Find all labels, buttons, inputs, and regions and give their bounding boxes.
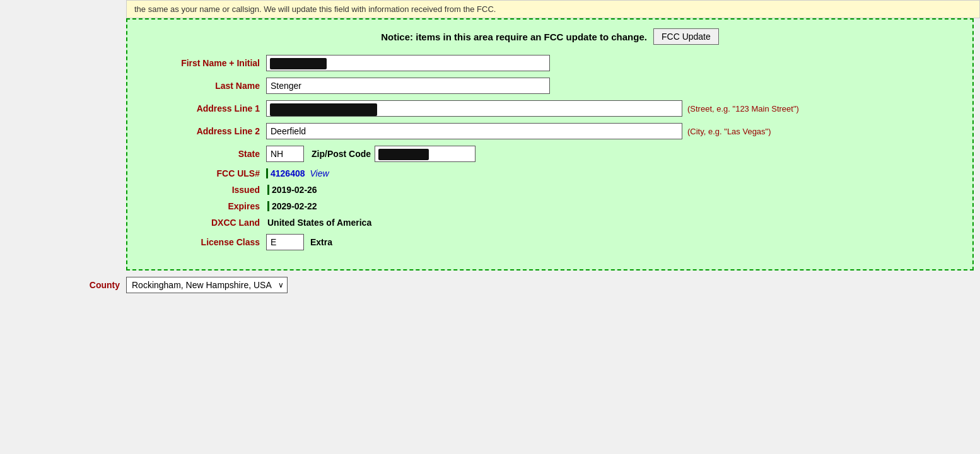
fcc-uls-view-link[interactable]: View (310, 168, 329, 178)
license-class-input[interactable] (266, 234, 304, 250)
address-line2-label: Address Line 2 (140, 126, 266, 136)
dxcc-land-value: United States of America (267, 218, 371, 228)
address-line1-row: Address Line 1 (Street, e.g. "123 Main S… (140, 100, 960, 117)
dxcc-land-label: DXCC Land (140, 218, 266, 228)
dxcc-land-row: DXCC Land United States of America (140, 218, 960, 228)
first-name-redacted (270, 58, 327, 69)
issued-row: Issued 2019-02-26 (140, 185, 960, 195)
address-line1-label: Address Line 1 (140, 103, 266, 114)
last-name-label: Last Name (140, 81, 266, 91)
first-name-label: First Name + Initial (140, 58, 266, 68)
fcc-update-button[interactable]: FCC Update (653, 28, 719, 45)
county-select-wrapper: Rockingham, New Hampshire, USA Hillsboro… (126, 277, 288, 293)
address-line1-hint: (Street, e.g. "123 Main Street") (687, 104, 799, 114)
license-class-label: License Class (140, 237, 266, 247)
fcc-notice-text: Notice: items in this area require an FC… (381, 32, 647, 42)
state-label: State (140, 149, 266, 159)
county-row: County Rockingham, New Hampshire, USA Hi… (0, 277, 980, 293)
zip-post-code-label: Zip/Post Code (312, 149, 371, 159)
state-input[interactable] (266, 146, 304, 162)
last-name-row: Last Name (140, 78, 960, 94)
fcc-uls-row: FCC ULS# 4126408 View (140, 168, 960, 178)
address-line2-hint: (City, e.g. "Las Vegas") (687, 127, 771, 136)
county-label: County (0, 280, 126, 290)
license-class-row: License Class Extra (140, 234, 960, 250)
expires-value: 2029-02-22 (267, 201, 317, 211)
fcc-section: Notice: items in this area require an FC… (126, 18, 974, 271)
county-select[interactable]: Rockingham, New Hampshire, USA Hillsboro… (126, 277, 288, 293)
first-name-row: First Name + Initial (140, 55, 960, 71)
main-container: the same as your name or callsign. We wi… (0, 0, 980, 293)
license-class-extra: Extra (310, 237, 332, 247)
top-notice-text: the same as your name or callsign. We wi… (134, 4, 496, 14)
last-name-input[interactable] (266, 78, 550, 94)
fcc-notice-bar: Notice: items in this area require an FC… (140, 28, 960, 45)
state-zip-row: State Zip/Post Code (140, 146, 960, 162)
zip-redacted (378, 149, 429, 160)
fcc-uls-label: FCC ULS# (140, 168, 266, 178)
expires-label: Expires (140, 201, 266, 211)
issued-value: 2019-02-26 (267, 185, 317, 195)
address-line2-row: Address Line 2 (City, e.g. "Las Vegas") (140, 123, 960, 139)
expires-row: Expires 2029-02-22 (140, 201, 960, 211)
fcc-uls-value: 4126408 (266, 168, 305, 178)
issued-label: Issued (140, 185, 266, 195)
address-line2-input[interactable] (266, 123, 682, 139)
top-notice-bar: the same as your name or callsign. We wi… (126, 0, 980, 18)
address-line1-redacted (270, 103, 377, 116)
